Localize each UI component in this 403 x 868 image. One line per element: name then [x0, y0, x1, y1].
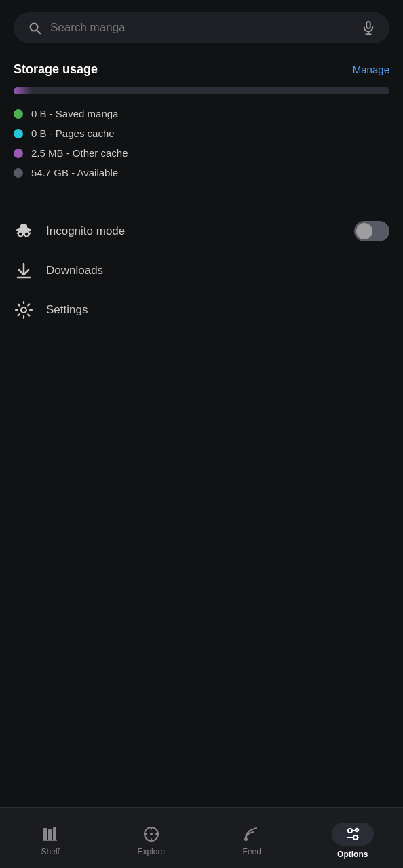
feed-icon — [243, 825, 261, 843]
feed-nav-label: Feed — [243, 847, 261, 856]
storage-section: Storage usage Manage 0 B - Saved manga 0… — [14, 62, 389, 178]
explore-icon — [142, 825, 160, 843]
mic-icon[interactable] — [361, 20, 376, 35]
svg-rect-12 — [43, 828, 47, 840]
saved-manga-dot — [14, 109, 23, 119]
nav-item-feed[interactable]: Feed — [202, 820, 303, 856]
available-dot — [14, 168, 23, 178]
manage-link[interactable]: Manage — [353, 64, 389, 75]
other-cache-dot — [14, 149, 23, 158]
search-bar[interactable] — [14, 12, 389, 43]
storage-header: Storage usage Manage — [14, 62, 389, 77]
downloads-label: Downloads — [46, 264, 103, 277]
downloads-icon — [14, 260, 34, 281]
svg-point-17 — [150, 833, 153, 835]
svg-point-18 — [244, 837, 248, 841]
svg-rect-14 — [53, 827, 56, 840]
incognito-mode-item[interactable]: Incognito mode — [14, 212, 389, 251]
incognito-icon — [14, 221, 34, 241]
svg-rect-13 — [48, 829, 52, 840]
list-item: 54.7 GB - Available — [14, 167, 389, 178]
section-divider — [14, 195, 389, 195]
storage-bar — [14, 87, 389, 94]
nav-item-explore[interactable]: Explore — [101, 820, 202, 856]
incognito-toggle[interactable] — [354, 221, 389, 241]
svg-point-20 — [348, 829, 352, 833]
settings-icon — [14, 300, 34, 320]
pages-cache-label: 0 B - Pages cache — [31, 127, 115, 139]
shelf-nav-label: Shelf — [41, 847, 60, 856]
nav-item-shelf[interactable]: Shelf — [0, 820, 101, 856]
settings-item[interactable]: Settings — [14, 290, 389, 330]
settings-label: Settings — [46, 303, 88, 317]
svg-rect-0 — [366, 22, 370, 28]
downloads-item[interactable]: Downloads — [14, 251, 389, 290]
storage-bar-fill — [14, 87, 33, 94]
bottom-navigation: Shelf Explore Feed — [0, 807, 403, 868]
main-content: Storage usage Manage 0 B - Saved manga 0… — [0, 0, 403, 807]
svg-point-22 — [353, 835, 358, 840]
storage-title: Storage usage — [14, 62, 98, 77]
svg-line-9 — [29, 233, 31, 234]
search-input[interactable] — [50, 21, 353, 35]
saved-manga-label: 0 B - Saved manga — [31, 108, 118, 119]
svg-rect-4 — [20, 224, 27, 231]
shelf-icon — [41, 825, 59, 843]
nav-item-options[interactable]: Options — [303, 817, 404, 859]
svg-line-8 — [17, 233, 18, 234]
other-cache-label: 2.5 MB - Other cache — [31, 147, 128, 159]
storage-legend: 0 B - Saved manga 0 B - Pages cache 2.5 … — [14, 108, 389, 178]
explore-nav-label: Explore — [137, 847, 165, 856]
incognito-label: Incognito mode — [46, 224, 125, 238]
svg-point-11 — [21, 307, 26, 313]
search-icon — [27, 20, 42, 35]
list-item: 2.5 MB - Other cache — [14, 147, 389, 159]
options-icon-bg — [332, 823, 374, 846]
list-item: 0 B - Pages cache — [14, 127, 389, 139]
list-item: 0 B - Saved manga — [14, 108, 389, 119]
options-nav-label: Options — [337, 850, 368, 859]
svg-point-24 — [356, 829, 358, 831]
pages-cache-dot — [14, 129, 23, 138]
available-label: 54.7 GB - Available — [31, 167, 118, 178]
